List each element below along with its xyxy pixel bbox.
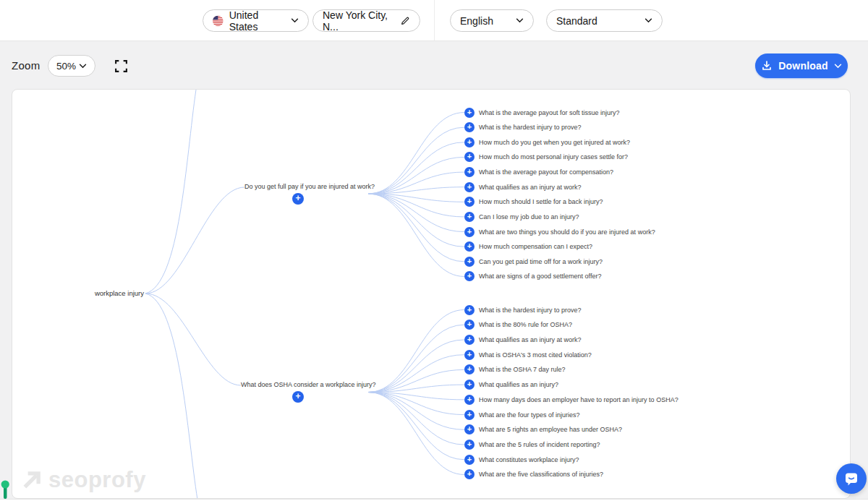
expand-question-button[interactable]: + bbox=[464, 241, 475, 252]
question-node: +What are the four types of injuries? bbox=[464, 410, 580, 420]
language-value: English bbox=[460, 15, 510, 27]
question-node: +What qualifies as an injury? bbox=[464, 380, 558, 390]
expand-question-button[interactable]: + bbox=[464, 350, 475, 360]
expand-branch-button[interactable]: + bbox=[292, 193, 304, 205]
zoom-select[interactable]: 50% bbox=[48, 55, 95, 77]
expand-question-button[interactable]: + bbox=[464, 212, 475, 222]
question-node: +What is the OSHA 7 day rule? bbox=[464, 364, 566, 374]
chevron-down-icon bbox=[834, 64, 842, 69]
question-label: How many days does an employer have to r… bbox=[479, 396, 678, 403]
expand-question-button[interactable]: + bbox=[464, 108, 475, 118]
question-node: +How much do you get when you get injure… bbox=[464, 137, 630, 147]
question-label: What is the average payout for compensat… bbox=[479, 168, 613, 176]
chevron-down-icon bbox=[516, 18, 524, 23]
expand-question-button[interactable]: + bbox=[464, 197, 475, 207]
question-label: What are signs of a good settlement offe… bbox=[479, 273, 601, 280]
expand-question-button[interactable]: + bbox=[464, 137, 475, 147]
question-label: What are 5 rights an employee has under … bbox=[479, 426, 622, 433]
expand-question-button[interactable]: + bbox=[464, 182, 475, 192]
question-label: Can you get paid time off for a work inj… bbox=[479, 258, 603, 265]
branch-question-node[interactable]: What does OSHA consider a workplace inju… bbox=[241, 381, 376, 388]
expand-question-button[interactable]: + bbox=[464, 152, 475, 162]
question-node: +What are the five classifications of in… bbox=[464, 469, 603, 479]
expand-question-button[interactable]: + bbox=[464, 440, 475, 450]
question-node: +What are signs of a good settlement off… bbox=[464, 271, 601, 281]
question-label: What qualifies as an injury at work? bbox=[479, 336, 582, 343]
question-label: What is the hardest injury to prove? bbox=[479, 307, 582, 314]
country-select[interactable]: United States bbox=[203, 9, 309, 32]
question-node: +How much should I settle for a back inj… bbox=[464, 197, 603, 207]
question-label: What qualifies as an injury at work? bbox=[479, 184, 582, 191]
data-mode-select[interactable]: Standard bbox=[546, 9, 663, 32]
expand-question-button[interactable]: + bbox=[464, 335, 475, 345]
question-node: +What is the average payout for soft tis… bbox=[464, 108, 620, 118]
branch-question-node[interactable]: Do you get full pay if you are injured a… bbox=[244, 183, 375, 190]
question-node: +What is the average payout for compensa… bbox=[464, 167, 613, 177]
question-node: +Can I lose my job due to an injury? bbox=[464, 212, 579, 222]
language-select[interactable]: English bbox=[450, 9, 534, 32]
expand-question-button[interactable]: + bbox=[464, 424, 475, 434]
expand-question-button[interactable]: + bbox=[464, 271, 475, 281]
question-label: How much do you get when you get injured… bbox=[479, 139, 630, 146]
question-label: What constitutes workplace injury? bbox=[479, 456, 579, 463]
zoom-value: 50% bbox=[56, 61, 76, 72]
download-button[interactable]: Download bbox=[755, 53, 848, 78]
expand-question-button[interactable]: + bbox=[464, 364, 475, 374]
download-icon bbox=[761, 60, 773, 72]
expand-question-button[interactable]: + bbox=[464, 469, 475, 479]
question-label: What is the OSHA 7 day rule? bbox=[479, 366, 566, 373]
chat-bubble-icon bbox=[843, 470, 860, 487]
question-label: What are two things you should do if you… bbox=[479, 228, 655, 236]
expand-question-button[interactable]: + bbox=[464, 380, 475, 390]
fullscreen-icon bbox=[114, 59, 128, 73]
download-label: Download bbox=[778, 60, 827, 72]
zoom-label: Zoom bbox=[12, 59, 41, 72]
question-node: +What qualifies as an injury at work? bbox=[464, 335, 582, 345]
question-label: What are the 5 rules of incident reporti… bbox=[479, 441, 600, 448]
expand-question-button[interactable]: + bbox=[464, 227, 475, 237]
expand-question-button[interactable]: + bbox=[464, 320, 475, 330]
mindmap-canvas[interactable]: workplace injury Do you get full pay if … bbox=[12, 89, 851, 499]
question-node: +What are two things you should do if yo… bbox=[464, 227, 655, 237]
expand-question-button[interactable]: + bbox=[464, 455, 475, 465]
question-label: What is the hardest injury to prove? bbox=[479, 124, 582, 131]
question-node: +What constitutes workplace injury? bbox=[464, 455, 579, 465]
data-mode-value: Standard bbox=[556, 15, 639, 27]
topbar-divider bbox=[434, 0, 435, 40]
expand-branch-button[interactable]: + bbox=[292, 391, 304, 403]
chat-launcher-button[interactable] bbox=[836, 463, 867, 494]
top-settings-bar: United States New York City, N... Englis… bbox=[0, 0, 868, 41]
question-label: What is the 80% rule for OSHA? bbox=[479, 321, 572, 328]
fullscreen-button[interactable] bbox=[113, 58, 129, 74]
location-input[interactable]: New York City, N... bbox=[312, 9, 420, 32]
us-flag-icon bbox=[213, 15, 224, 27]
question-label: How much compensation can I expect? bbox=[479, 243, 592, 250]
question-node: +What qualifies as an injury at work? bbox=[464, 182, 582, 192]
expand-question-button[interactable]: + bbox=[464, 167, 475, 177]
country-value: United States bbox=[229, 9, 285, 33]
root-keyword-node[interactable]: workplace injury bbox=[70, 289, 144, 297]
question-label: How much should I settle for a back inju… bbox=[479, 198, 603, 205]
expand-question-button[interactable]: + bbox=[464, 305, 475, 315]
question-node: +What is the 80% rule for OSHA? bbox=[464, 320, 572, 330]
chevron-down-icon bbox=[291, 18, 299, 23]
question-node: +What is OSHA's 3 most cited violation? bbox=[464, 350, 592, 360]
seoprofy-logo-icon bbox=[21, 469, 43, 491]
question-label: What is OSHA's 3 most cited violation? bbox=[479, 351, 592, 359]
question-label: Can I lose my job due to an injury? bbox=[479, 213, 579, 220]
question-label: What are the four types of injuries? bbox=[479, 411, 580, 419]
question-node: +How much compensation can I expect? bbox=[464, 241, 592, 252]
cursor-pin-icon bbox=[1, 480, 10, 501]
location-value: New York City, N... bbox=[323, 9, 394, 33]
seoprofy-watermark: seoprofy bbox=[21, 467, 146, 493]
chevron-down-icon bbox=[79, 64, 87, 69]
question-node: +How much do most personal injury cases … bbox=[464, 152, 628, 162]
question-label: How much do most personal injury cases s… bbox=[479, 153, 628, 160]
question-node: +What are 5 rights an employee has under… bbox=[464, 424, 622, 434]
expand-question-button[interactable]: + bbox=[464, 257, 475, 267]
question-node: +What is the hardest injury to prove? bbox=[464, 122, 582, 132]
expand-question-button[interactable]: + bbox=[464, 122, 475, 132]
expand-question-button[interactable]: + bbox=[464, 410, 475, 420]
question-node: +What is the hardest injury to prove? bbox=[464, 305, 582, 315]
expand-question-button[interactable]: + bbox=[464, 395, 475, 405]
